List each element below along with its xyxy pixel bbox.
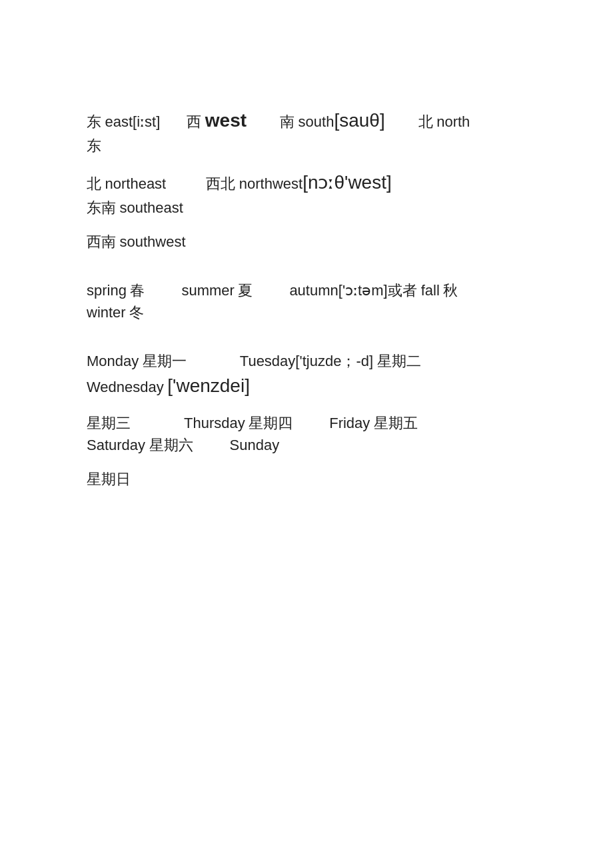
spring-item: spring 春 — [87, 279, 145, 301]
thursday-en: Thursday — [184, 415, 245, 431]
southwest-en: southwest — [120, 233, 186, 250]
sunday-zh-item: 星期日 — [87, 468, 131, 490]
south-item: 南 south[sauθ] — [280, 107, 385, 135]
summer-zh: 夏 — [238, 282, 253, 299]
spring-en: spring — [87, 282, 127, 299]
thursday-item: Thursday 星期四 — [184, 412, 293, 434]
east2-zh: 东 — [87, 137, 101, 154]
winter-item: winter 冬 — [87, 301, 144, 323]
weekdays-row-3: 星期日 — [87, 468, 526, 490]
east-phonetic: [iːst] — [133, 113, 160, 130]
saturday-zh: 星期六 — [149, 437, 193, 453]
tuesday-en: Tuesday — [240, 353, 296, 369]
summer-en: summer — [181, 282, 234, 299]
west-item: 西 west — [187, 107, 247, 135]
friday-zh: 星期五 — [374, 415, 418, 431]
weekdays-row-2: 星期三 Thursday 星期四 Friday 星期五 Saturday 星期六… — [87, 412, 526, 456]
sunday-en: Sunday — [230, 437, 280, 453]
northwest-zh: 西北 — [206, 175, 235, 192]
weekdays-section: Monday 星期一 Tuesday['tjuzde；-d] 星期二 Wedne… — [87, 350, 526, 490]
wednesday-item: Wednesday ['wenzdei] — [87, 372, 250, 400]
northeast-zh: 北 — [87, 175, 101, 192]
north-zh: 北 — [418, 113, 433, 130]
directions-row-1: 东 east[iːst] 西 west 南 south[sauθ] 北 nort… — [87, 107, 526, 157]
east2-item: 东 — [87, 135, 101, 157]
wednesday-phonetic: ['wenzdei] — [167, 375, 250, 396]
east-item: 东 east[iːst] — [87, 111, 160, 133]
east-en: east — [105, 113, 133, 130]
spring-zh: 春 — [130, 282, 145, 299]
monday-item: Monday 星期一 — [87, 350, 187, 372]
autumn-item: autumn['ɔːtəm]或者 fall 秋 — [289, 279, 458, 301]
winter-zh: 冬 — [129, 304, 144, 321]
west-zh: 西 — [187, 113, 201, 130]
northwest-en: northwest — [239, 175, 303, 192]
saturday-en: Saturday — [87, 437, 145, 453]
south-zh: 南 — [280, 113, 295, 130]
southwest-item: 西南 southwest — [87, 231, 186, 253]
autumn-zh: 秋 — [443, 282, 458, 299]
tuesday-item: Tuesday['tjuzde；-d] 星期二 — [240, 350, 421, 372]
thursday-zh: 星期四 — [249, 415, 293, 431]
winter-en: winter — [87, 304, 126, 321]
sunday-item: Sunday — [230, 434, 280, 456]
southeast-item: 东南 southeast — [87, 197, 183, 219]
tuesday-zh: 星期二 — [377, 353, 421, 369]
friday-item: Friday 星期五 — [329, 412, 418, 434]
directions-row-2: 北 northeast 西北 northwest[nɔːθ'west] 东南 s… — [87, 169, 526, 219]
south-phonetic: [sauθ] — [334, 110, 384, 131]
southeast-zh: 东南 — [87, 199, 116, 216]
sunday-zh: 星期日 — [87, 471, 131, 487]
weekdays-row-1: Monday 星期一 Tuesday['tjuzde；-d] 星期二 Wedne… — [87, 350, 526, 400]
seasons-section: spring 春 summer 夏 autumn['ɔːtəm]或者 fall … — [87, 279, 526, 323]
friday-en: Friday — [329, 415, 370, 431]
east-zh: 东 — [87, 113, 101, 130]
directions-section: 东 east[iːst] 西 west 南 south[sauθ] 北 nort… — [87, 107, 526, 253]
west-en: west — [205, 110, 247, 131]
northeast-item: 北 northeast — [87, 173, 166, 195]
southwest-zh: 西南 — [87, 233, 116, 250]
summer-item: summer 夏 — [181, 279, 253, 301]
monday-en: Monday — [87, 353, 139, 369]
northwest-item: 西北 northwest[nɔːθ'west] — [206, 169, 392, 197]
autumn-en: autumn — [289, 282, 338, 299]
north-en: north — [436, 113, 470, 130]
autumn-phonetic: ['ɔːtəm]或者 fall — [338, 282, 440, 299]
south-en: south — [299, 113, 334, 130]
monday-zh: 星期一 — [143, 353, 187, 369]
wednesday-en: Wednesday — [87, 379, 164, 395]
tuesday-phonetic: ['tjuzde；-d] — [295, 353, 373, 369]
northeast-en: northeast — [105, 175, 167, 192]
wednesday-zh: 星期三 — [87, 415, 131, 431]
northwest-phonetic: [nɔːθ'west] — [303, 172, 392, 193]
southeast-en: southeast — [120, 199, 183, 216]
north-item: 北 north — [418, 111, 470, 133]
saturday-item: Saturday 星期六 — [87, 434, 193, 456]
seasons-row-1: spring 春 summer 夏 autumn['ɔːtəm]或者 fall … — [87, 279, 526, 323]
wednesday-zh-item: 星期三 — [87, 412, 131, 434]
directions-row-3: 西南 southwest — [87, 231, 526, 253]
